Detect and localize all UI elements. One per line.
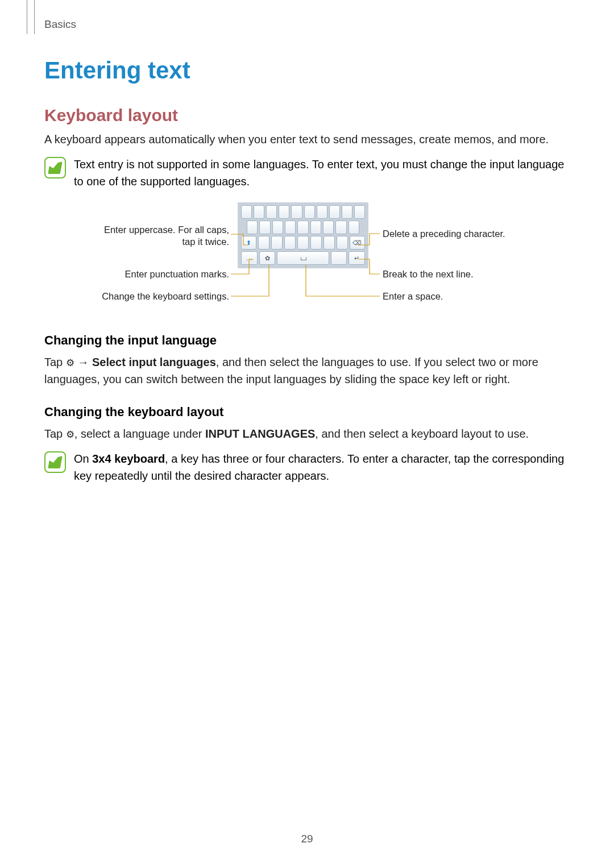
keyboard-diagram: ⬆ ⌫ … ✿ ⌴ ↵ Enter uppercase. For all cap…: [44, 202, 570, 316]
key-blank: [349, 221, 359, 234]
text-pre: Tap: [44, 427, 66, 440]
note-icon: [44, 157, 66, 178]
space-key: ⌴: [277, 251, 329, 265]
page-number: 29: [0, 833, 614, 845]
key-blank: [285, 221, 296, 234]
heading-keyboard-layout-change: Changing the keyboard layout: [44, 405, 570, 420]
key-blank: [342, 205, 352, 219]
callout-uppercase: Enter uppercase. For all caps, tap it tw…: [44, 224, 229, 248]
callout-settings: Change the keyboard settings.: [44, 290, 229, 302]
key-blank: [310, 221, 321, 234]
bold-input-languages: INPUT LANGUAGES: [205, 427, 315, 440]
backspace-key: ⌫: [350, 236, 365, 250]
key-blank: [258, 236, 269, 250]
key-blank: [284, 236, 296, 250]
key-blank: [272, 221, 283, 234]
callout-punctuation: Enter punctuation marks.: [44, 268, 229, 280]
key-blank: [259, 221, 270, 234]
paragraph-keyboard-layout: Tap ⚙, select a language under INPUT LAN…: [44, 425, 570, 442]
text-pre: Tap: [44, 356, 66, 368]
callout-uppercase-text: Enter uppercase. For all caps, tap it tw…: [93, 224, 229, 248]
key-blank: [271, 236, 283, 250]
heading-keyboard-layout: Keyboard layout: [44, 106, 570, 125]
keyboard-illustration: ⬆ ⌫ … ✿ ⌴ ↵: [238, 202, 368, 268]
key-blank: [297, 221, 308, 234]
heading-input-language: Changing the input language: [44, 333, 570, 348]
key-blank: [247, 221, 258, 234]
note-3x4-keyboard: On 3x4 keyboard, a key has three or four…: [44, 450, 570, 484]
callout-delete: Delete a preceding character.: [383, 228, 505, 240]
intro-paragraph: A keyboard appears automatically when yo…: [44, 131, 570, 148]
key-blank: [323, 236, 335, 250]
key-blank: [297, 236, 309, 250]
callout-newline: Break to the next line.: [383, 268, 474, 280]
note-text: On 3x4 keyboard, a key has three or four…: [74, 450, 570, 484]
key-blank: [323, 221, 334, 234]
running-head: Basics: [44, 18, 76, 31]
note-language-support: Text entry is not supported in some lang…: [44, 156, 570, 190]
key-blank: [317, 205, 327, 219]
settings-gear-icon: ⚙: [66, 358, 74, 368]
page-content: Entering text Keyboard layout A keyboard…: [44, 57, 570, 492]
key-blank: [337, 236, 348, 250]
key-blank: [291, 205, 302, 219]
note-icon: [44, 451, 66, 473]
key-blank: [354, 205, 365, 219]
crop-marks: [27, 0, 35, 34]
bold-select-input-languages: Select input languages: [92, 356, 216, 368]
enter-key: ↵: [349, 251, 365, 265]
page-title: Entering text: [44, 57, 570, 84]
text-post: , and then select a keyboard layout to u…: [315, 427, 529, 440]
key-blank: [310, 236, 322, 250]
key-blank: [304, 205, 315, 219]
settings-key: ✿: [259, 251, 276, 265]
key-blank: [335, 221, 346, 234]
arrow-text: →: [74, 356, 92, 368]
key-blank: [241, 205, 252, 219]
kb-row-3: ⬆ ⌫: [241, 236, 365, 250]
key-blank: [266, 205, 277, 219]
note-3x4-pre: On: [74, 452, 92, 465]
bold-3x4-keyboard: 3x4 keyboard: [92, 452, 165, 465]
key-blank: [279, 205, 289, 219]
kb-row-1: [241, 205, 365, 219]
note-text: Text entry is not supported in some lang…: [74, 156, 570, 190]
period-key: [331, 251, 347, 265]
symbols-key: …: [241, 251, 258, 265]
settings-gear-icon: ⚙: [66, 429, 74, 440]
kb-row-2: [241, 221, 365, 234]
shift-key: ⬆: [241, 236, 256, 250]
callout-space: Enter a space.: [383, 290, 443, 302]
kb-row-4: … ✿ ⌴ ↵: [241, 251, 365, 265]
paragraph-input-language: Tap ⚙ → Select input languages, and then…: [44, 354, 570, 388]
key-blank: [254, 205, 264, 219]
key-blank: [329, 205, 340, 219]
text-mid: , select a language under: [74, 427, 205, 440]
